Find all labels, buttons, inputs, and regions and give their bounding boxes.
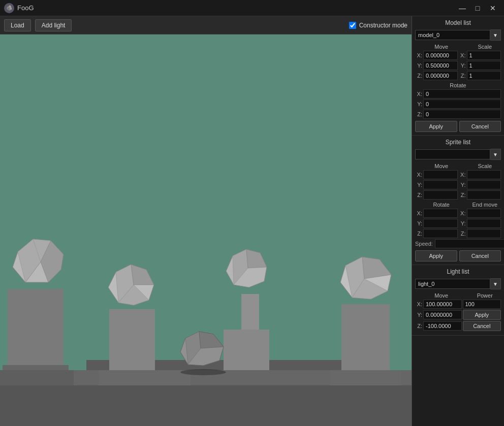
model-scale-header: Scale — [459, 44, 501, 50]
sprite-dropdown-arrow[interactable]: ▼ — [490, 149, 501, 160]
model-x-scale-input[interactable] — [467, 51, 501, 60]
maximize-button[interactable]: □ — [470, 3, 485, 13]
sprite-col-headers: Move Scale — [415, 163, 501, 169]
sprite-z-scale-input[interactable] — [467, 190, 501, 200]
light-x-label: X: — [415, 301, 422, 307]
model-cancel-button[interactable]: Cancel — [459, 121, 501, 132]
rock-3 — [224, 247, 269, 291]
light-dropdown-arrow[interactable]: ▼ — [490, 278, 501, 289]
model-col-headers: Move Scale — [415, 44, 501, 50]
sprite-x-scale-label: X: — [459, 172, 466, 178]
sprite-x-move-input[interactable] — [423, 170, 458, 179]
sprite-btn-row: Apply Cancel — [415, 250, 501, 261]
toolbar: Load Add light Constructor mode — [0, 16, 412, 35]
model-rotate-header: Rotate — [415, 82, 501, 88]
sprite-ey-input[interactable] — [467, 219, 501, 228]
constructor-mode-checkbox[interactable] — [349, 22, 356, 29]
model-y-move-input[interactable] — [423, 61, 458, 70]
model-x-row: X: X: — [415, 51, 501, 60]
model-rx-input[interactable] — [423, 89, 501, 99]
light-y-label: Y: — [415, 312, 422, 318]
sprite-ry-row: Y: Y: — [415, 219, 501, 228]
base-4 — [330, 370, 401, 385]
sprite-y-scale-input[interactable] — [467, 180, 501, 189]
pedestal-2 — [109, 309, 155, 370]
model-z-row: Z: Z: — [415, 71, 501, 80]
sprite-x-scale-input[interactable] — [467, 170, 501, 179]
svg-marker-7 — [131, 265, 154, 285]
sprite-list-title: Sprite list — [415, 139, 501, 146]
window-controls: — □ ✕ — [455, 3, 500, 13]
light-z-label: Z: — [415, 323, 422, 329]
svg-marker-18 — [199, 332, 224, 348]
base-2 — [99, 370, 191, 385]
light-cancel-button[interactable]: Cancel — [463, 321, 501, 331]
sprite-y-row: Y: Y: — [415, 180, 501, 189]
rock-2 — [106, 262, 156, 309]
sprite-rx-input[interactable] — [423, 209, 458, 218]
sprite-x-row: X: X: — [415, 170, 501, 179]
sprite-ry-input[interactable] — [423, 219, 458, 228]
pedestal-1 — [8, 289, 64, 370]
sprite-rz-input[interactable] — [423, 229, 458, 238]
light-y-row: Y: Apply — [415, 310, 501, 320]
sprite-end-move-header: End move — [459, 202, 501, 208]
sprite-x-label: X: — [415, 172, 422, 178]
sprite-speed-label: Speed: — [415, 241, 433, 247]
constructor-mode-container: Constructor mode — [349, 22, 407, 29]
sprite-apply-button[interactable]: Apply — [415, 250, 457, 261]
model-rz-row: Z: — [415, 110, 501, 119]
light-move-header: Move — [415, 292, 458, 299]
light-y-input[interactable] — [423, 310, 462, 319]
rock-1 — [10, 237, 66, 289]
sprite-rx-row: X: X: — [415, 209, 501, 218]
model-apply-button[interactable]: Apply — [415, 121, 457, 132]
sprite-z-label: Z: — [415, 192, 422, 198]
sprite-y-move-input[interactable] — [423, 180, 458, 189]
light-apply-button[interactable]: Apply — [463, 310, 501, 320]
rock-4 — [338, 254, 394, 304]
sprite-speed-row: Speed: — [415, 239, 501, 248]
model-dropdown-arrow[interactable]: ▼ — [490, 29, 501, 41]
model-x-move-input[interactable] — [423, 51, 458, 60]
light-z-input[interactable] — [423, 321, 462, 331]
model-rz-input[interactable] — [423, 110, 501, 119]
pedestal-3-base — [224, 330, 269, 370]
sprite-speed-input[interactable] — [435, 239, 504, 248]
model-ry-input[interactable] — [423, 100, 501, 109]
load-button[interactable]: Load — [4, 19, 31, 31]
model-dropdown[interactable]: model_0 — [415, 30, 490, 40]
sprite-z-row: Z: Z: — [415, 190, 501, 200]
3d-scene — [0, 35, 412, 426]
sprite-rz-row: Z: Z: — [415, 229, 501, 238]
minimize-button[interactable]: — — [455, 3, 469, 13]
viewport-canvas[interactable] — [0, 35, 412, 426]
sprite-dropdown-row: ▼ — [415, 149, 501, 160]
sprite-dropdown[interactable] — [415, 149, 490, 159]
add-light-button[interactable]: Add light — [35, 19, 72, 31]
sprite-ex-input[interactable] — [467, 209, 501, 218]
model-z-scale-input[interactable] — [467, 71, 501, 80]
sprite-ez-input[interactable] — [467, 229, 501, 238]
right-panel: Model list model_0 ▼ Move Scale X: X: Y: — [412, 16, 504, 426]
title-bar: 🪨 FooG — □ ✕ — [0, 0, 504, 16]
light-dropdown[interactable]: light_0 — [415, 279, 490, 289]
sprite-ey-label: Y: — [459, 220, 466, 226]
sprite-cancel-button[interactable]: Cancel — [459, 250, 501, 261]
model-y-scale-input[interactable] — [467, 61, 501, 70]
light-x-input[interactable] — [423, 300, 462, 309]
light-power-header: Power — [459, 292, 501, 299]
model-rx-label: X: — [415, 91, 422, 97]
light-list-title: Light list — [415, 268, 501, 275]
pedestal-4 — [341, 304, 390, 370]
model-move-header: Move — [415, 44, 458, 50]
ground-floor — [0, 385, 412, 426]
model-z-scale-label: Z: — [459, 73, 466, 79]
model-y-row: Y: Y: — [415, 61, 501, 70]
model-z-move-input[interactable] — [423, 71, 458, 80]
light-power-input[interactable] — [463, 300, 501, 309]
close-button[interactable]: ✕ — [486, 3, 500, 13]
viewport-area: Load Add light Constructor mode — [0, 16, 412, 426]
sprite-z-move-input[interactable] — [423, 190, 458, 200]
sprite-rotate-header: Rotate — [415, 202, 458, 208]
